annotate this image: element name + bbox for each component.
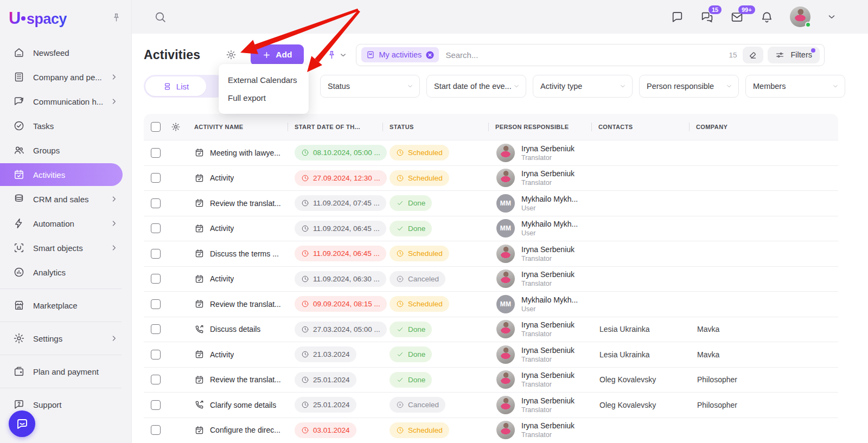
feedback-chat-icon[interactable] bbox=[671, 10, 684, 24]
filter-select-person-responsible[interactable]: Person responsible bbox=[639, 75, 739, 98]
sidebar-pin-icon[interactable] bbox=[111, 12, 122, 25]
person-cell[interactable]: Iryna SerbeniukTranslator bbox=[488, 144, 591, 162]
col-start-date[interactable]: START DATE OF TH... bbox=[288, 114, 382, 140]
table-settings-gear-icon[interactable] bbox=[164, 122, 187, 132]
pinned-views-control[interactable] bbox=[327, 50, 347, 60]
contact-cell[interactable]: Lesia Ukrainka bbox=[591, 350, 689, 359]
person-cell[interactable]: Iryna SerbeniukTranslator bbox=[488, 245, 591, 263]
row-checkbox[interactable] bbox=[151, 324, 161, 334]
sidebar-item-marketplace[interactable]: Marketplace bbox=[0, 294, 123, 317]
menu-item-external-calendars[interactable]: External Calendars bbox=[219, 71, 309, 89]
activity-name-cell[interactable]: Clarify some details bbox=[187, 400, 288, 410]
table-row[interactable]: Discuss the terms ...11.09.2024, 06:45 .… bbox=[144, 241, 838, 266]
sidebar-item-crm-and-sales[interactable]: CRM and sales bbox=[0, 188, 123, 210]
view-toggle-list[interactable]: List bbox=[145, 76, 206, 96]
activity-name-cell[interactable]: Activity bbox=[187, 349, 288, 359]
company-cell[interactable]: Mavka bbox=[689, 325, 838, 333]
row-checkbox[interactable] bbox=[151, 425, 161, 435]
notifications-bell-icon[interactable] bbox=[760, 10, 774, 24]
person-cell[interactable]: Iryna SerbeniukTranslator bbox=[488, 396, 591, 414]
activity-name-cell[interactable]: Review the translat... bbox=[187, 198, 288, 208]
row-checkbox[interactable] bbox=[151, 249, 161, 259]
company-cell[interactable]: Philosopher bbox=[689, 401, 838, 409]
row-checkbox[interactable] bbox=[151, 173, 161, 183]
table-row[interactable]: Review the translat...25.01.2024DoneIryn… bbox=[144, 367, 838, 393]
activity-name-cell[interactable]: Meeting with lawye... bbox=[187, 147, 288, 158]
sidebar-item-tasks[interactable]: Tasks bbox=[0, 114, 123, 137]
col-contacts[interactable]: CONTACTS bbox=[591, 114, 689, 140]
person-cell[interactable]: MMMykhailo Mykh...User bbox=[488, 295, 591, 313]
person-cell[interactable]: Iryna SerbeniukTranslator bbox=[488, 320, 591, 338]
global-search-icon[interactable] bbox=[154, 10, 167, 24]
activity-name-cell[interactable]: Discuss details bbox=[187, 324, 288, 335]
sidebar-item-analytics[interactable]: Analytics bbox=[0, 261, 123, 284]
col-activity-name[interactable]: ACTIVITY NAME bbox=[187, 114, 288, 140]
filter-select-start-date-of-the-eve[interactable]: Start date of the eve... bbox=[426, 75, 526, 98]
table-row[interactable]: Meeting with lawye...08.10.2024, 05:00 .… bbox=[144, 140, 838, 165]
search-placeholder[interactable]: Search... bbox=[445, 50, 729, 60]
messenger-icon[interactable]: 15 bbox=[700, 10, 714, 24]
chip-remove-icon[interactable] bbox=[425, 50, 435, 60]
person-cell[interactable]: Iryna SerbeniukTranslator bbox=[488, 269, 591, 288]
sidebar-item-communication-h[interactable]: Communication h... bbox=[0, 90, 123, 113]
person-cell[interactable]: Iryna SerbeniukTranslator bbox=[488, 421, 591, 439]
sidebar-item-activities[interactable]: Activities bbox=[0, 163, 123, 186]
company-cell[interactable]: Mavka bbox=[689, 350, 838, 359]
table-row[interactable]: Activity11.09.2024, 06:45 ...DoneMMMykha… bbox=[144, 216, 838, 241]
sidebar-item-plan-and-payment[interactable]: Plan and payment bbox=[0, 360, 123, 383]
row-checkbox[interactable] bbox=[151, 148, 161, 158]
activity-name-cell[interactable]: Activity bbox=[187, 173, 288, 183]
table-row[interactable]: Review the translat...09.09.2024, 08:15 … bbox=[144, 291, 838, 317]
clear-filters-button[interactable] bbox=[743, 47, 763, 63]
table-row[interactable]: Discuss details27.03.2024, 05:00 ...Done… bbox=[144, 317, 838, 342]
menu-item-full-export[interactable]: Full export bbox=[219, 89, 309, 107]
table-row[interactable]: Review the translat...11.09.2024, 07:45 … bbox=[144, 190, 838, 216]
chat-widget-button[interactable] bbox=[9, 410, 35, 437]
row-checkbox[interactable] bbox=[151, 350, 161, 359]
col-company[interactable]: COMPANY bbox=[689, 114, 838, 140]
row-checkbox[interactable] bbox=[151, 400, 161, 410]
filter-select-status[interactable]: Status bbox=[320, 75, 420, 98]
filters-button[interactable]: Filters bbox=[768, 47, 820, 63]
table-row[interactable]: Activity27.09.2024, 12:30 ...ScheduledIr… bbox=[144, 165, 838, 191]
col-status[interactable]: STATUS bbox=[382, 114, 488, 140]
mail-icon[interactable]: 99+ bbox=[730, 10, 744, 24]
my-activities-filter-chip[interactable]: My activities bbox=[361, 47, 439, 62]
search-bar[interactable]: My activities Search... 15 Filters bbox=[356, 44, 825, 66]
person-cell[interactable]: Iryna SerbeniukTranslator bbox=[488, 169, 591, 187]
sidebar-item-newsfeed[interactable]: Newsfeed bbox=[0, 41, 123, 64]
person-cell[interactable]: MMMykhailo Mykh...User bbox=[488, 194, 591, 213]
sidebar-item-settings[interactable]: Settings bbox=[0, 327, 123, 350]
table-row[interactable]: Activity21.03.2024DoneIryna SerbeniukTra… bbox=[144, 342, 838, 367]
activity-name-cell[interactable]: Configure the direc... bbox=[187, 425, 288, 435]
row-checkbox[interactable] bbox=[151, 223, 161, 233]
filter-select-activity-type[interactable]: Activity type bbox=[533, 75, 633, 98]
sidebar-item-automation[interactable]: Automation bbox=[0, 212, 123, 235]
filter-select-members[interactable]: Members bbox=[745, 75, 845, 98]
contact-cell[interactable]: Oleg Kovalevsky bbox=[591, 401, 689, 409]
person-cell[interactable]: MMMykhailo Mykh...User bbox=[488, 219, 591, 237]
sidebar-item-company-and-pe[interactable]: Company and pe... bbox=[0, 66, 123, 88]
sidebar-item-smart-objects[interactable]: Smart objects bbox=[0, 236, 123, 259]
user-avatar[interactable] bbox=[790, 7, 810, 27]
sidebar-item-groups[interactable]: Groups bbox=[0, 139, 123, 162]
table-row[interactable]: Clarify some details25.01.2024CanceledIr… bbox=[144, 392, 838, 418]
add-button[interactable]: Add bbox=[251, 44, 304, 66]
row-checkbox[interactable] bbox=[151, 198, 161, 208]
activity-name-cell[interactable]: Review the translat... bbox=[187, 375, 288, 385]
company-cell[interactable]: Philosopher bbox=[689, 375, 838, 384]
table-row[interactable]: Activity11.09.2024, 06:30 ...CanceledIry… bbox=[144, 266, 838, 292]
select-all-checkbox[interactable] bbox=[151, 122, 161, 132]
col-person-responsible[interactable]: PERSON RESPONSIBLE bbox=[488, 114, 591, 140]
contact-cell[interactable]: Lesia Ukrainka bbox=[591, 325, 689, 333]
activity-name-cell[interactable]: Discuss the terms ... bbox=[187, 248, 288, 259]
row-checkbox[interactable] bbox=[151, 375, 161, 384]
person-cell[interactable]: Iryna SerbeniukTranslator bbox=[488, 345, 591, 364]
person-cell[interactable]: Iryna SerbeniukTranslator bbox=[488, 370, 591, 389]
activity-name-cell[interactable]: Review the translat... bbox=[187, 299, 288, 309]
activity-name-cell[interactable]: Activity bbox=[187, 274, 288, 284]
activities-settings-gear-icon[interactable] bbox=[226, 49, 237, 60]
profile-chevron-down-icon[interactable] bbox=[827, 12, 837, 22]
contact-cell[interactable]: Oleg Kovalevsky bbox=[591, 375, 689, 384]
row-checkbox[interactable] bbox=[151, 299, 161, 309]
